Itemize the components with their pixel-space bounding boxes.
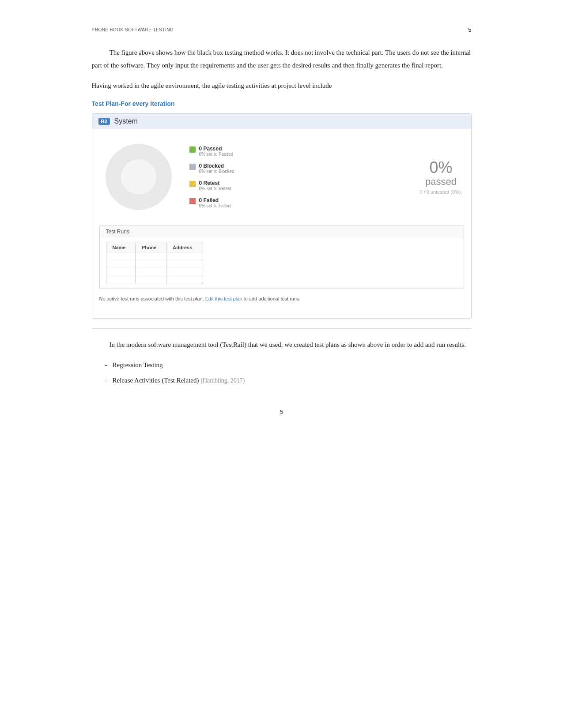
test-runs-table: Name Phone Address xyxy=(106,243,203,284)
pass-percent: 0% xyxy=(420,159,462,176)
list-item-2: - Release Activities (Test Related) (Ham… xyxy=(105,374,472,387)
passed-label: 0 Passed xyxy=(199,146,234,152)
section-heading: Test Plan-For every Iteration xyxy=(92,100,472,107)
col-phone: Phone xyxy=(135,243,166,252)
edit-test-plan-link[interactable]: Edit this test plan xyxy=(205,296,242,301)
pass-info: 0% passed 0 / 0 untested (0%). xyxy=(420,159,462,195)
retest-label: 0 Retest xyxy=(199,180,231,186)
dash-1: - xyxy=(105,359,107,372)
no-active-prefix: No active test runs associated with this… xyxy=(99,296,205,301)
blocked-sub: 0% set to Blocked xyxy=(199,169,234,174)
list-item-1: - Regression Testing xyxy=(105,359,472,372)
widget-body: 0 Passed 0% set to Passed 0 Blocked 0% s… xyxy=(92,129,471,225)
table-row xyxy=(106,276,203,284)
no-active-suffix: to add additional test runs. xyxy=(242,296,301,301)
legend-failed: 0 Failed 0% set to Failed xyxy=(189,197,234,208)
table-row xyxy=(106,252,203,260)
paragraph-1: The figure above shows how the black box… xyxy=(92,46,472,71)
retest-color xyxy=(189,181,196,187)
citation: (Hambling, 2017) xyxy=(200,377,245,384)
list-item-1-text: Regression Testing xyxy=(113,359,163,372)
passed-color xyxy=(189,146,196,153)
section-divider xyxy=(92,328,472,329)
dash-2: - xyxy=(105,374,107,387)
pass-sub: 0 / 0 untested (0%). xyxy=(420,189,462,195)
no-active-text: No active test runs associated with this… xyxy=(92,296,471,308)
col-name: Name xyxy=(106,243,135,252)
page-number: 5 xyxy=(468,26,471,33)
test-plan-widget: R2 System 0 Passed 0% set to Passed xyxy=(92,113,472,319)
blocked-color xyxy=(189,164,196,170)
legend-blocked: 0 Blocked 0% set to Blocked xyxy=(189,163,234,174)
table-row xyxy=(106,268,203,276)
legend-passed: 0 Passed 0% set to Passed xyxy=(189,146,234,157)
document-title: PHONE BOOK SOFTWARE TESTING xyxy=(92,27,174,32)
passed-sub: 0% set to Passed xyxy=(199,152,234,157)
table-header-row: Name Phone Address xyxy=(106,243,203,252)
widget-header: R2 System xyxy=(92,114,471,129)
test-runs-header: Test Runs xyxy=(100,225,464,238)
pie-chart xyxy=(101,139,176,214)
list-item-2-text: Release Activities (Test Related) (Hambl… xyxy=(113,374,245,387)
legend: 0 Passed 0% set to Passed 0 Blocked 0% s… xyxy=(189,146,234,208)
retest-sub: 0% set to Retest xyxy=(199,186,231,191)
failed-label: 0 Failed xyxy=(199,197,231,203)
failed-color xyxy=(189,198,196,204)
test-runs-body: Name Phone Address xyxy=(100,238,464,289)
paragraph-2: Having worked in the agile environment, … xyxy=(92,79,472,92)
footer-page-number: 5 xyxy=(92,409,472,415)
col-address: Address xyxy=(166,243,203,252)
legend-retest: 0 Retest 0% set to Retest xyxy=(189,180,234,191)
widget-title: System xyxy=(114,117,138,125)
svg-point-1 xyxy=(121,159,156,195)
table-row xyxy=(106,260,203,268)
page-header: PHONE BOOK SOFTWARE TESTING 5 xyxy=(92,26,472,33)
failed-sub: 0% set to Failed xyxy=(199,203,231,208)
paragraph-3: In the modern software management tool (… xyxy=(92,338,472,351)
r2-badge: R2 xyxy=(98,118,110,125)
pass-word: passed xyxy=(420,176,462,188)
test-runs-box: Test Runs Name Phone Address xyxy=(99,225,464,289)
blocked-label: 0 Blocked xyxy=(199,163,234,169)
bullet-list: - Regression Testing - Release Activitie… xyxy=(105,359,472,387)
